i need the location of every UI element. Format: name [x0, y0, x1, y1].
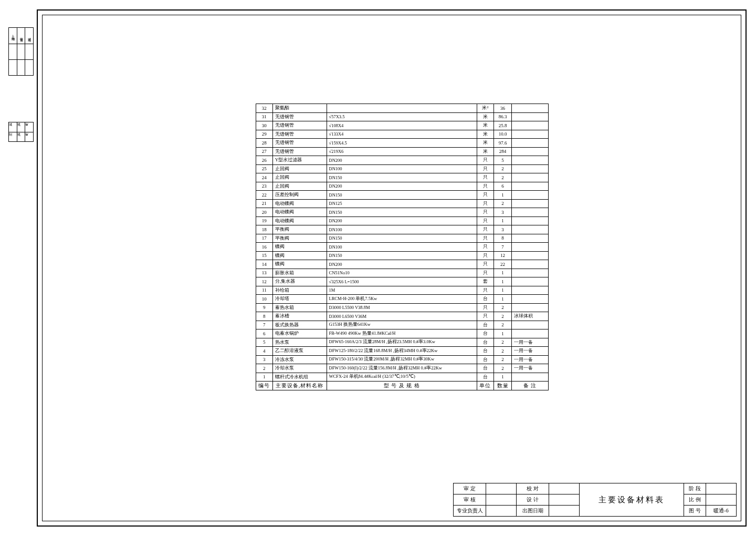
drawing-inner-frame: 32聚氨酯米³3631无缝钢管√57X3.5米86.330无缝钢管√108X4米…: [42, 15, 741, 521]
cell-name: 冷冻水泵: [272, 355, 327, 364]
header-remark: 备 注: [512, 382, 549, 390]
table-row: 5热水泵DFW65-160A/2/3 流量28M/H ,扬程23.5MH 0.#…: [256, 338, 549, 347]
cell-remark: [512, 104, 549, 113]
cell-no: 9: [256, 303, 273, 312]
tb-label: 阶 段: [684, 483, 706, 494]
cell-no: 7: [256, 321, 273, 329]
cell-qty: 2: [494, 312, 512, 321]
cell-qty: 1: [494, 191, 512, 200]
cell-qty: 8: [494, 234, 512, 243]
cell-spec: WCFX-24 单机84.4#Kcal/H (32/37℃;10/5℃): [327, 373, 477, 382]
cell-no: 3: [256, 355, 273, 364]
cell-unit: 只: [477, 208, 494, 217]
table-row: 22压差控制阀DN150只1: [256, 191, 549, 200]
tb-value: [549, 506, 580, 517]
cell-remark: [512, 173, 549, 182]
cell-unit: 套: [477, 277, 494, 286]
table-row: 12分,集水器√325X6 L=1500套1: [256, 277, 549, 286]
cell-spec: DN125: [327, 199, 477, 208]
cell-name: 聚氨酯: [272, 104, 327, 113]
cell-remark: 一用一备: [512, 338, 549, 347]
cell-qty: 3: [494, 208, 512, 217]
materials-table: 32聚氨酯米³3631无缝钢管√57X3.5米86.330无缝钢管√108X4米…: [256, 104, 549, 390]
tb-label: 审 核: [454, 494, 486, 506]
header-unit: 单位: [477, 382, 494, 390]
cell-qty: 86.3: [494, 112, 512, 121]
cell-spec: DN100: [327, 164, 477, 173]
cell-no: 10: [256, 295, 273, 304]
cell-no: 28: [256, 139, 273, 148]
cell-remark: 冰球体积: [512, 312, 549, 321]
tb-label: 比 例: [684, 494, 706, 506]
cell-qty: 5: [494, 156, 512, 165]
table-row: 27无缝钢管√219X6米284: [256, 147, 549, 156]
cell-no: 22: [256, 191, 273, 200]
cell-unit: 台: [477, 355, 494, 364]
cell-remark: [512, 234, 549, 243]
table-row: 25止回阀DN100只2: [256, 164, 549, 173]
tb-value: [486, 506, 517, 517]
cell-name: 乙二醇溶液泵: [272, 347, 327, 356]
side-block-bottom: 城 规 审 制 规 审: [8, 122, 34, 142]
cell-no: 8: [256, 312, 273, 321]
cell-name: 电蓄水锅炉: [272, 329, 327, 338]
cell-name: 无缝钢管: [272, 130, 327, 139]
table-row: 19电动蝶阀DN200只1: [256, 217, 549, 225]
cell-name: 膨胀水箱: [272, 269, 327, 277]
cell-qty: 2: [494, 173, 512, 182]
cell-name: 冷却塔: [272, 295, 327, 304]
cell-remark: [512, 182, 549, 191]
table-row: 29无缝钢管√133X4米10.0: [256, 130, 549, 139]
table-row: 15蝶阀DN150只12: [256, 251, 549, 260]
cell-no: 18: [256, 225, 273, 234]
cell-qty: 2: [494, 355, 512, 364]
cell-name: 电动蝶阀: [272, 208, 327, 217]
cell-spec: CN51No10: [327, 269, 477, 277]
cell-qty: 6: [494, 182, 512, 191]
cell-unit: 米: [477, 130, 494, 139]
side-cell: 暖 通: [17, 28, 25, 44]
table-row: 24止回阀DN150只2: [256, 173, 549, 182]
cell-qty: 2: [494, 321, 512, 329]
side-cell: 制: [9, 132, 17, 141]
cell-remark: [512, 251, 549, 260]
tb-value: [706, 483, 737, 494]
cell-spec: D3000 L5500 V38.8M: [327, 303, 477, 312]
tb-value: [549, 483, 580, 494]
cell-name: 止回阀: [272, 173, 327, 182]
cell-unit: 只: [477, 260, 494, 269]
cell-qty: 12: [494, 251, 512, 260]
cell-name: 止回阀: [272, 164, 327, 173]
table-row: 26Y型水过滤器DN200只5: [256, 156, 549, 165]
tb-label: 设 计: [517, 494, 549, 506]
cell-qty: 1: [494, 269, 512, 277]
cell-remark: [512, 243, 549, 252]
cell-unit: 只: [477, 164, 494, 173]
cell-spec: DN200: [327, 217, 477, 225]
cell-spec: DFW150-315/4/30 流量200M/H ,扬程32MH 0.#率30K…: [327, 355, 477, 364]
cell-qty: 2: [494, 164, 512, 173]
tb-value: [486, 494, 517, 506]
cell-name: 电动蝶阀: [272, 217, 327, 225]
tb-label: 审 定: [454, 483, 486, 494]
cell-no: 12: [256, 277, 273, 286]
cell-remark: [512, 286, 549, 295]
cell-remark: 一用一备: [512, 364, 549, 373]
cell-remark: [512, 303, 549, 312]
cell-remark: [512, 139, 549, 148]
cell-remark: [512, 329, 549, 338]
cell-remark: [512, 208, 549, 217]
cell-spec: DN100: [327, 225, 477, 234]
cell-remark: [512, 156, 549, 165]
table-row: 20电动蝶阀DN150只3: [256, 208, 549, 217]
cell-no: 27: [256, 147, 273, 156]
cell-no: 30: [256, 121, 273, 130]
cell-no: 31: [256, 112, 273, 121]
table-row: 17平衡阀DN150只8: [256, 234, 549, 243]
tb-label: 出图日期: [517, 506, 549, 517]
cell-spec: √108X4: [327, 121, 477, 130]
cell-spec: LRCM-H-200 单机7.5Kw: [327, 295, 477, 304]
cell-qty: 1: [494, 373, 512, 382]
cell-remark: [512, 130, 549, 139]
cell-qty: 1: [494, 286, 512, 295]
